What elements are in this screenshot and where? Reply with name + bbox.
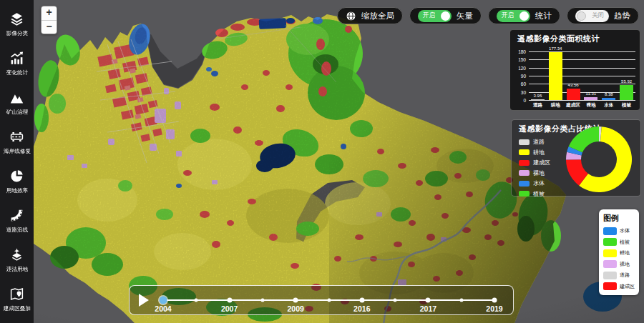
bar-value-label: 3.95 <box>534 94 542 98</box>
donut-legend-label: 道路 <box>533 138 545 146</box>
road-icon <box>9 208 24 223</box>
toggle-label: 矢量 <box>457 11 473 21</box>
toggle-trend[interactable]: 关闭趋势 <box>567 7 639 24</box>
sidebar-item-road-corridor[interactable]: 道路沿线 <box>0 208 34 234</box>
bar-耕地 <box>549 52 562 100</box>
bar-category-label: 水体 <box>604 102 613 109</box>
overlay-pin-icon <box>9 287 24 302</box>
toggle-state-label: 开启 <box>502 11 514 20</box>
legend-label: 裸地 <box>620 261 630 268</box>
bar-建成区 <box>567 89 580 100</box>
bar-category-label: 建成区 <box>566 102 580 109</box>
legend-swatch <box>603 238 617 246</box>
pie-icon <box>9 169 24 184</box>
timeline-dot[interactable] <box>394 299 397 302</box>
sidebar-item-image-classification[interactable]: 影像分类 <box>0 11 34 37</box>
bar-category-label: 耕地 <box>551 102 560 109</box>
timeline-year-label: 2017 <box>420 304 436 313</box>
toggle-off-switch[interactable]: 关闭 <box>575 10 609 22</box>
donut-legend-label: 耕地 <box>533 149 545 156</box>
toggle-state-label: 关闭 <box>592 11 604 20</box>
timeline-year-label: 2004 <box>155 304 171 313</box>
sidebar-item-label: 违法用地 <box>6 265 27 272</box>
trend-chart-icon <box>9 51 24 66</box>
toggle-label: 趋势 <box>614 11 630 21</box>
sidebar-item-label: 影像分类 <box>6 29 27 36</box>
bar-ytick-label: 30 <box>510 89 526 94</box>
sidebar-item-label: 矿山治理 <box>6 108 27 115</box>
sidebar-item-label: 用地效率 <box>6 187 27 194</box>
illegal-land-icon <box>9 247 24 262</box>
year-timeline: 200420072009201620172019 <box>129 285 514 315</box>
legend-swatch <box>603 227 617 235</box>
timeline-dot[interactable] <box>227 298 232 303</box>
timeline-dot[interactable] <box>293 298 298 303</box>
toggle-knob <box>519 11 529 21</box>
timeline-dot-active[interactable] <box>160 297 167 304</box>
area-statistics-panel: 遥感影像分类面积统计 03060901201501803.95道路177.34耕… <box>509 29 640 111</box>
sidebar-item-land-use-efficiency[interactable]: 用地效率 <box>0 169 34 194</box>
zoom-in-button[interactable]: + <box>42 6 57 20</box>
timeline-year-label: 2009 <box>288 304 304 313</box>
donut-legend-swatch <box>519 170 530 176</box>
donut-legend-item: 裸地 <box>519 169 550 177</box>
sidebar-item-label: 变化统计 <box>6 69 27 76</box>
bar-gridline <box>529 76 635 76</box>
toggle-statistics[interactable]: 开启统计 <box>488 7 560 24</box>
toggle-knob <box>441 11 450 21</box>
toggle-vector[interactable]: 开启矢量 <box>409 7 482 24</box>
timeline-dot[interactable] <box>260 299 264 302</box>
bar-ytick-label: 0 <box>510 98 526 103</box>
map-legend-panel: 图例 水体植被耕地裸地道路建成区 <box>599 209 639 295</box>
zoom-out-button[interactable]: − <box>42 20 57 34</box>
toggle-on-switch[interactable]: 开启 <box>497 10 530 22</box>
legend-label: 道路 <box>620 272 630 279</box>
legend-label: 植被 <box>620 239 630 246</box>
toggle-label: 统计 <box>535 11 552 21</box>
donut-legend-swatch <box>519 149 530 155</box>
legend-swatch <box>603 282 617 290</box>
timeline-dot[interactable] <box>426 298 431 303</box>
layers-icon <box>9 11 24 26</box>
bar-category-label: 植被 <box>622 102 631 109</box>
bar-gridline <box>529 68 635 69</box>
donut-legend-label: 裸地 <box>533 169 545 177</box>
bar-植被 <box>620 85 633 100</box>
donut-legend-swatch <box>519 181 530 187</box>
donut-legend-label: 植被 <box>533 190 545 198</box>
zoom-full-extent-button[interactable]: 缩放全局 <box>337 7 403 24</box>
donut-legend-item: 道路 <box>519 138 550 146</box>
bar-value-label: 11.31 <box>586 91 597 96</box>
legend-item: 道路 <box>603 272 639 279</box>
bar-ytick-label: 60 <box>510 81 526 86</box>
timeline-dot[interactable] <box>327 299 331 302</box>
legend-item: 耕地 <box>603 249 639 257</box>
play-icon[interactable] <box>139 294 149 307</box>
timeline-dot[interactable] <box>492 298 497 303</box>
sidebar-item-change-statistics[interactable]: 变化统计 <box>0 51 34 76</box>
donut-legend-item: 建成区 <box>519 159 550 167</box>
map-zoom-control: + − <box>41 6 57 34</box>
sidebar-item-label: 建成区叠加 <box>4 304 31 312</box>
toggle-on-switch[interactable]: 开启 <box>418 10 452 22</box>
zoom-full-extent-label: 缩放全局 <box>361 11 394 21</box>
bar-ytick-label: 180 <box>510 49 526 54</box>
bar-ytick-label: 120 <box>510 65 526 70</box>
bar-道路 <box>531 99 545 100</box>
sidebar-item-coastline-repair[interactable]: 海岸线修复 <box>0 129 34 155</box>
donut-legend-swatch <box>519 139 530 145</box>
legend-swatch <box>603 272 617 279</box>
timeline-dot[interactable] <box>195 299 198 302</box>
timeline-dot[interactable] <box>459 299 463 302</box>
sidebar-item-built-area-overlay[interactable]: 建成区叠加 <box>0 287 34 312</box>
sidebar-item-illegal-land[interactable]: 违法用地 <box>0 247 34 273</box>
map-legend-title: 图例 <box>603 213 639 224</box>
sidebar-item-mine-management[interactable]: 矿山治理 <box>0 90 34 116</box>
donut-legend-label: 水体 <box>533 179 545 187</box>
donut-legend-item: 植被 <box>519 190 550 198</box>
bar-水体 <box>602 98 615 100</box>
area-bar-chart: 03060901201501803.95道路177.34耕地43.56建成区11… <box>510 44 641 111</box>
timeline-dot[interactable] <box>359 298 364 303</box>
donut-legend: 道路耕地建成区裸地水体植被 <box>519 138 550 200</box>
gis-application-window: 影像分类变化统计矿山治理海岸线修复用地效率道路沿线违法用地建成区叠加 + − 缩… <box>0 0 644 323</box>
